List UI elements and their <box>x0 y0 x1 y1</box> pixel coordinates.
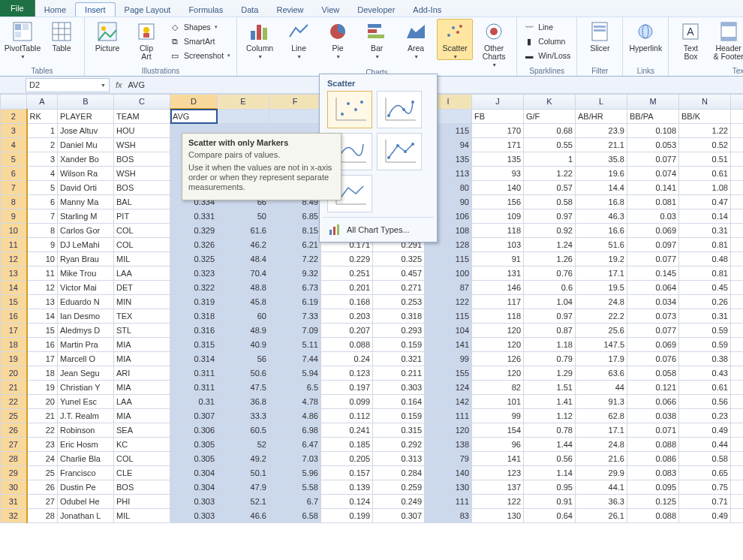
cell[interactable]: 0.58 <box>524 195 576 209</box>
cell[interactable] <box>731 409 744 423</box>
cell[interactable]: 7.33 <box>269 309 321 324</box>
cell[interactable]: 0.56 <box>524 452 576 466</box>
cell[interactable]: 0.058 <box>627 366 679 381</box>
scatter-chart-button[interactable]: Scatter▼ <box>437 19 473 60</box>
col-header-C[interactable]: C <box>114 95 170 110</box>
cell[interactable]: 11 <box>27 266 58 281</box>
cell[interactable]: 117 <box>472 295 524 309</box>
row-header[interactable]: 4 <box>1 138 27 152</box>
cell[interactable]: 61.6 <box>218 224 269 238</box>
cell[interactable]: 130 <box>425 480 472 495</box>
cell[interactable]: Manny Ma <box>58 195 114 209</box>
cell[interactable]: 0.6 <box>524 281 576 295</box>
cell[interactable]: 0.197 <box>321 381 373 395</box>
cell[interactable]: Xander Bo <box>58 152 114 167</box>
picture-button[interactable]: Picture <box>89 19 125 53</box>
chevron-down-icon[interactable]: ▼ <box>101 83 106 88</box>
cell[interactable] <box>731 338 744 352</box>
cell[interactable] <box>731 395 744 409</box>
cell[interactable] <box>731 124 744 138</box>
header-footer-button[interactable]: Header & Footer <box>711 19 743 61</box>
cell[interactable]: 0.303 <box>170 495 218 509</box>
tab-home[interactable]: Home <box>35 3 75 17</box>
row-header[interactable]: 7 <box>1 181 27 195</box>
cell[interactable]: 47.5 <box>218 381 269 395</box>
cell[interactable] <box>731 266 744 281</box>
cell[interactable]: 0.069 <box>627 338 679 352</box>
column-chart-button[interactable]: Column▼ <box>242 19 278 59</box>
row-header[interactable]: 19 <box>1 352 27 366</box>
cell[interactable]: 0.314 <box>170 352 218 366</box>
cell[interactable]: KC <box>114 438 170 452</box>
cell[interactable]: 0.87 <box>524 324 576 338</box>
cell[interactable]: 0.112 <box>321 409 373 423</box>
cell[interactable]: 16 <box>27 338 58 352</box>
cell[interactable]: BB/PA <box>627 109 679 124</box>
cell[interactable]: 0.331 <box>170 209 218 224</box>
cell[interactable]: 0.315 <box>373 423 425 438</box>
cell[interactable]: 22.2 <box>576 309 627 324</box>
cell[interactable]: 99 <box>472 409 524 423</box>
row-header[interactable]: 13 <box>1 266 27 281</box>
cell[interactable]: 0.125 <box>627 495 679 509</box>
cell[interactable]: 0.31 <box>170 395 218 409</box>
cell[interactable]: 111 <box>425 409 472 423</box>
cell[interactable]: 0.59 <box>679 338 731 352</box>
cell[interactable]: Robinson <box>58 423 114 438</box>
cell[interactable]: MIL <box>114 252 170 266</box>
cell[interactable]: 126 <box>472 352 524 366</box>
clipart-button[interactable]: Clip Art <box>128 19 164 61</box>
cell[interactable]: 100 <box>425 266 472 281</box>
cell[interactable]: 21 <box>27 409 58 423</box>
cell[interactable]: FB <box>472 109 524 124</box>
cell[interactable]: 62.8 <box>576 409 627 423</box>
cell[interactable]: 50.6 <box>218 366 269 381</box>
cell[interactable]: 0.097 <box>627 238 679 252</box>
cell[interactable]: 91.3 <box>576 395 627 409</box>
cell[interactable]: 46.6 <box>218 509 269 523</box>
col-header-E[interactable]: E <box>218 95 269 110</box>
cell[interactable]: 0.199 <box>321 509 373 523</box>
cell[interactable]: 0.51 <box>679 152 731 167</box>
cell[interactable]: 0.259 <box>373 480 425 495</box>
row-header[interactable]: 29 <box>1 466 27 480</box>
cell[interactable]: 115 <box>425 309 472 324</box>
cell[interactable]: WSH <box>114 138 170 152</box>
cell[interactable]: 0.326 <box>170 238 218 252</box>
cell[interactable]: 0.322 <box>170 281 218 295</box>
row-header[interactable]: 18 <box>1 338 27 352</box>
cell[interactable]: 0.43 <box>679 366 731 381</box>
cell[interactable]: 48.8 <box>218 281 269 295</box>
row-header[interactable]: 12 <box>1 252 27 266</box>
row-header[interactable]: 16 <box>1 309 27 324</box>
cell[interactable]: 46.2 <box>218 238 269 252</box>
cell[interactable]: 0.56 <box>679 395 731 409</box>
cell[interactable]: 135 <box>472 152 524 167</box>
cell[interactable]: 56 <box>218 352 269 366</box>
tab-view[interactable]: View <box>313 3 349 17</box>
cell[interactable]: 19.5 <box>576 281 627 295</box>
cell[interactable]: 141 <box>472 452 524 466</box>
cell[interactable]: 0.318 <box>170 309 218 324</box>
cell[interactable]: 44 <box>576 381 627 395</box>
cell[interactable]: 9.32 <box>269 266 321 281</box>
cell[interactable]: 0.095 <box>627 480 679 495</box>
cell[interactable]: 0.071 <box>627 423 679 438</box>
cell[interactable]: 22 <box>27 423 58 438</box>
cell[interactable]: MIA <box>114 409 170 423</box>
cell[interactable]: 0.14 <box>679 209 731 224</box>
cell[interactable]: 0.91 <box>524 495 576 509</box>
cell[interactable]: 25 <box>27 466 58 480</box>
cell[interactable]: 146 <box>472 281 524 295</box>
cell[interactable]: David Orti <box>58 181 114 195</box>
cell[interactable]: 0.329 <box>170 224 218 238</box>
cell[interactable]: Eric Hosm <box>58 438 114 452</box>
cell[interactable]: 0.073 <box>627 309 679 324</box>
cell[interactable]: 13 <box>27 295 58 309</box>
cell[interactable]: 47.9 <box>218 480 269 495</box>
cell[interactable]: 124 <box>425 381 472 395</box>
cell[interactable]: 0.306 <box>170 423 218 438</box>
cell[interactable]: 0.92 <box>524 224 576 238</box>
name-box[interactable]: D2▼ <box>26 78 110 92</box>
tab-developer[interactable]: Developer <box>348 3 404 17</box>
